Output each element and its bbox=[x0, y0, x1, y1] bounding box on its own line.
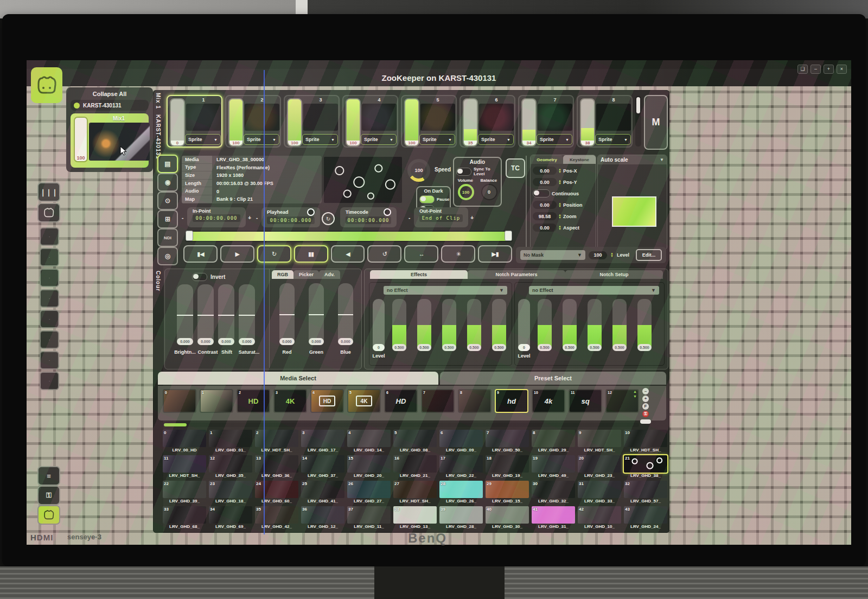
timeline-out-handle[interactable] bbox=[505, 231, 512, 241]
clip-thumbnail[interactable]: 29 bbox=[486, 481, 529, 498]
fx-slider[interactable]: 0.500 bbox=[492, 299, 506, 351]
clip-thumbnail[interactable]: 16 bbox=[393, 455, 437, 473]
rail-slot-4[interactable]: · bbox=[40, 289, 59, 308]
bank-2[interactable]: 2 HD bbox=[237, 389, 270, 413]
clip-thumbnail[interactable]: 41 bbox=[532, 506, 575, 524]
clip-thumbnail[interactable]: 1 bbox=[209, 430, 252, 447]
close-button[interactable]: × bbox=[837, 65, 847, 74]
clip-thumbnail[interactable]: 23 bbox=[209, 481, 252, 498]
pos-y-value[interactable]: 0.00 bbox=[533, 178, 557, 186]
layer-type-dropdown[interactable]: Sprite ▼ bbox=[595, 134, 631, 145]
clip-thumbnail[interactable]: 19 bbox=[532, 455, 575, 473]
clip-14[interactable]: 14 LRV_GHD_37_ bbox=[301, 455, 344, 479]
layer-strip-5[interactable]: 5 100 Sprite ▼ bbox=[401, 95, 457, 148]
layer-type-dropdown[interactable]: Sprite ▼ bbox=[419, 134, 455, 145]
clip-thumbnail[interactable]: 22 bbox=[163, 481, 206, 498]
mask-dropdown[interactable]: No Mask ▼ bbox=[520, 250, 585, 260]
clip-thumbnail[interactable]: 20 bbox=[578, 455, 621, 473]
layer-thumbnail[interactable] bbox=[362, 104, 397, 131]
fx-slider[interactable]: 0.500 bbox=[588, 299, 602, 351]
hippo-logo[interactable] bbox=[31, 67, 62, 103]
clip-12[interactable]: 12 LRV_GHD_35_ bbox=[209, 455, 252, 479]
bank-11[interactable]: 11 sq bbox=[569, 389, 602, 413]
clip-19[interactable]: 19 LRV_GHD_49_ bbox=[532, 455, 575, 479]
tab-geometry[interactable]: Geometry bbox=[531, 155, 563, 164]
fx-b-level-slider[interactable]: 0 bbox=[518, 299, 530, 351]
pos-x-value[interactable]: 0.00 bbox=[533, 167, 557, 175]
bank-pill[interactable] bbox=[640, 419, 651, 424]
pos-y-stepper[interactable]: ▲▼ bbox=[558, 180, 561, 185]
clip-23[interactable]: 23 LRV_GHD_18_ bbox=[209, 481, 252, 505]
layer-thumbnail[interactable] bbox=[303, 104, 338, 131]
tab-rgb[interactable]: RGB bbox=[272, 270, 293, 279]
clip-30[interactable]: 30 LRV_GHD_32_ bbox=[532, 481, 575, 505]
layer-fader[interactable]: 0 bbox=[170, 98, 185, 146]
clip-3[interactable]: 3 LRV_GHD_17_ bbox=[301, 430, 344, 454]
layer-fader[interactable]: 35 bbox=[463, 98, 478, 146]
zoom-stepper[interactable]: ▲▼ bbox=[558, 214, 561, 219]
clip-9[interactable]: 9 LRV_HDT_SH_ bbox=[578, 430, 621, 454]
clip-thumbnail[interactable]: 7 bbox=[486, 430, 529, 447]
clip-thumbnail[interactable]: 21 bbox=[624, 455, 667, 473]
tab-effects[interactable]: Effects bbox=[370, 270, 468, 279]
fx-slider[interactable]: 0.500 bbox=[417, 299, 431, 351]
clip-thumbnail[interactable]: 14 bbox=[301, 455, 344, 473]
sync-to-level-toggle[interactable] bbox=[456, 168, 471, 176]
bank-up-arrow-icon[interactable]: ▲ bbox=[633, 389, 637, 394]
clip-25[interactable]: 25 LRV_GHD_41_ bbox=[301, 481, 344, 505]
out-minus[interactable]: - bbox=[409, 215, 410, 221]
position-stepper[interactable]: ▲▼ bbox=[558, 202, 561, 208]
mask-level-value[interactable]: 100 bbox=[589, 251, 607, 259]
clip-thumbnail[interactable]: 10 bbox=[624, 430, 667, 447]
layer-strip-6[interactable]: 6 35 Sprite ▼ bbox=[459, 95, 515, 148]
mix-card[interactable]: 100 Mix1 bbox=[71, 113, 149, 168]
clip-thumbnail[interactable]: 25 bbox=[301, 481, 344, 498]
clip-10[interactable]: 10 LRV_HDT_SH_ bbox=[624, 430, 667, 454]
layer-fader[interactable]: 38 bbox=[580, 98, 595, 146]
zoom-value[interactable]: 98.58 bbox=[533, 212, 557, 220]
fx-slider[interactable]: 0.500 bbox=[538, 299, 552, 351]
clip-21[interactable]: 21 LRV_GHD_38_ bbox=[624, 455, 667, 479]
clip-38[interactable]: 38 LRV_GHD_13_ bbox=[393, 506, 437, 530]
clip-36[interactable]: 36 LRV_GHD_12_ bbox=[301, 506, 344, 530]
clip-2[interactable]: 2 LRV_HDT_SH_ bbox=[255, 430, 298, 454]
clip-6[interactable]: 6 LRV_GHD_09_ bbox=[439, 430, 483, 454]
clip-22[interactable]: 22 LRV_GHD_39_ bbox=[163, 481, 206, 505]
layer-type-dropdown[interactable]: Sprite ▼ bbox=[478, 134, 514, 145]
clip-thumbnail[interactable]: 24 bbox=[255, 481, 298, 498]
tab-notch-parameters[interactable]: Notch Parameters bbox=[468, 270, 565, 279]
clip-thumbnail[interactable]: 26 bbox=[347, 481, 391, 498]
playhead-minus[interactable]: - bbox=[256, 215, 258, 221]
red-slider[interactable]: 0.000 bbox=[279, 283, 295, 345]
rail-slot-7[interactable]: · bbox=[40, 351, 59, 369]
clip-34[interactable]: 34 LRV_GHD_69_ bbox=[209, 506, 252, 530]
master-button[interactable]: M bbox=[644, 95, 668, 150]
continuous-toggle[interactable] bbox=[533, 189, 550, 197]
network-hippo-button[interactable] bbox=[37, 505, 60, 525]
clip-thumbnail[interactable]: 43 bbox=[624, 506, 667, 524]
clip-37[interactable]: 37 LRV_GHD_11_ bbox=[347, 506, 391, 530]
clip-thumbnail[interactable]: 32 bbox=[624, 481, 667, 498]
shift-slider[interactable]: 0.000 bbox=[218, 284, 234, 345]
fx-a-level-slider[interactable]: 0 bbox=[373, 299, 385, 351]
layer-fader[interactable]: 100 bbox=[228, 98, 244, 146]
clip-thumbnail[interactable]: 35 bbox=[255, 506, 298, 524]
bank-minus-button[interactable]: – bbox=[642, 388, 649, 394]
clip-18[interactable]: 18 LRV_GHD_19_ bbox=[486, 455, 529, 479]
clip-thumbnail[interactable]: 31 bbox=[578, 481, 621, 498]
rail-slot-1[interactable]: · bbox=[40, 227, 59, 246]
clip-thumbnail[interactable]: 9 bbox=[578, 430, 621, 447]
clip-thumbnail[interactable]: 17 bbox=[439, 455, 483, 473]
clip-thumbnail[interactable]: 18 bbox=[486, 455, 529, 473]
pb-bounce-button[interactable]: ↔ bbox=[404, 245, 438, 263]
pause-toggle[interactable] bbox=[419, 195, 435, 203]
pos-x-stepper[interactable]: ▲▼ bbox=[558, 168, 561, 174]
clip-27[interactable]: 27 LRV_HDT_SH_ bbox=[393, 481, 437, 505]
timecode-value[interactable]: 00:00:00.000 bbox=[346, 216, 391, 224]
volume-knob[interactable]: 100 bbox=[458, 184, 474, 200]
bank-scrollbar-thumb[interactable] bbox=[164, 423, 187, 426]
bank-3[interactable]: 3 4K bbox=[273, 389, 307, 413]
in-minus[interactable]: - bbox=[182, 215, 183, 221]
clip-33[interactable]: 33 LRV_GHD_68_ bbox=[163, 506, 206, 530]
clip-thumbnail[interactable]: 28 bbox=[439, 481, 483, 498]
